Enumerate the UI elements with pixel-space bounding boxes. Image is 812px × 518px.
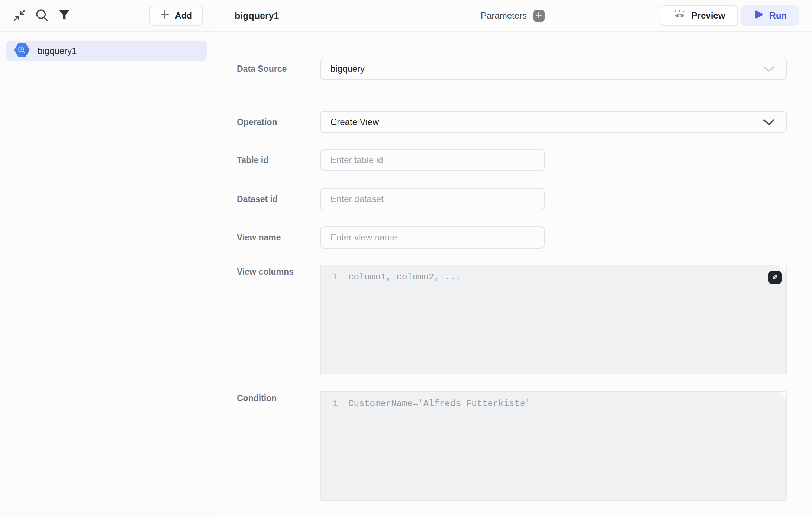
form-row-view-name: View name — [237, 226, 787, 249]
code-line: 1 column1, column2, ... — [321, 271, 786, 283]
field-label: View columns — [237, 265, 320, 277]
expand-icon — [771, 274, 779, 282]
field-label: Operation — [237, 116, 320, 128]
bigquery-icon — [14, 43, 30, 59]
page-title: bigquery1 — [235, 10, 279, 21]
add-query-button[interactable]: Add — [149, 6, 203, 26]
query-form: Data Source bigquery Operation Create Vi… — [213, 32, 812, 518]
collapse-icon — [13, 9, 26, 23]
preview-button[interactable]: Preview — [661, 5, 738, 26]
expand-editor-button[interactable] — [768, 271, 782, 284]
main-panel: bigquery1 Parameters — [213, 0, 812, 518]
form-row-condition: Condition 1 CustomerName='Alfreds Futter… — [237, 391, 787, 501]
filter-icon — [58, 9, 70, 22]
line-number: 1 — [321, 271, 338, 283]
sidebar: Add bigquery1 — [0, 0, 213, 518]
sidebar-header: Add — [0, 0, 213, 32]
query-item-label: bigquery1 — [38, 46, 77, 56]
view-columns-editor[interactable]: 1 column1, column2, ... — [320, 265, 787, 374]
sidebar-item-bigquery1[interactable]: bigquery1 — [6, 41, 207, 61]
parameters-label: Parameters — [481, 10, 527, 21]
code-placeholder: CustomerName='Alfreds Futterkiste' — [348, 397, 531, 410]
form-row-data-source: Data Source bigquery — [237, 58, 787, 80]
data-source-value: bigquery — [331, 64, 365, 74]
plus-icon — [536, 12, 542, 19]
field-label: Table id — [237, 154, 320, 166]
dataset-id-input[interactable] — [320, 188, 545, 210]
header-actions: Preview Run — [661, 5, 799, 26]
field-label: Condition — [237, 391, 320, 404]
field-label: Data Source — [237, 63, 320, 74]
run-button[interactable]: Run — [741, 5, 799, 26]
search-icon — [35, 9, 49, 23]
form-row-dataset-id: Dataset id — [237, 188, 787, 210]
form-row-operation: Operation Create View — [237, 111, 787, 133]
code-placeholder: column1, column2, ... — [348, 271, 461, 283]
parameters-group: Parameters — [481, 10, 545, 22]
code-line: 1 CustomerName='Alfreds Futterkiste' — [321, 397, 786, 410]
table-id-input[interactable] — [320, 149, 545, 171]
main-header: bigquery1 Parameters — [213, 0, 812, 32]
run-button-label: Run — [769, 10, 787, 21]
plus-icon — [160, 10, 170, 22]
field-label: View name — [237, 232, 320, 243]
form-row-table-id: Table id — [237, 149, 787, 171]
chevron-down-icon — [763, 119, 775, 125]
line-number: 1 — [321, 397, 338, 410]
add-parameter-button[interactable] — [533, 10, 545, 22]
data-source-dropdown[interactable]: bigquery — [320, 58, 787, 80]
eye-icon — [673, 9, 686, 22]
add-button-label: Add — [175, 10, 192, 21]
chevron-down-icon — [763, 66, 775, 72]
operation-value: Create View — [331, 117, 379, 127]
preview-button-label: Preview — [692, 10, 725, 21]
play-icon — [754, 9, 764, 22]
query-list: bigquery1 — [0, 32, 213, 70]
form-row-view-columns: View columns 1 column1, column2, ... — [237, 265, 787, 374]
filter-button[interactable] — [56, 7, 73, 24]
collapse-sidebar-button[interactable] — [11, 7, 28, 24]
condition-editor[interactable]: 1 CustomerName='Alfreds Futterkiste' — [320, 391, 787, 501]
search-button[interactable] — [33, 7, 51, 24]
operation-dropdown[interactable]: Create View — [320, 111, 787, 133]
app-root: Add bigquery1 bigquery1 — [0, 0, 812, 518]
field-label: Dataset id — [237, 194, 320, 205]
view-name-input[interactable] — [320, 226, 545, 249]
